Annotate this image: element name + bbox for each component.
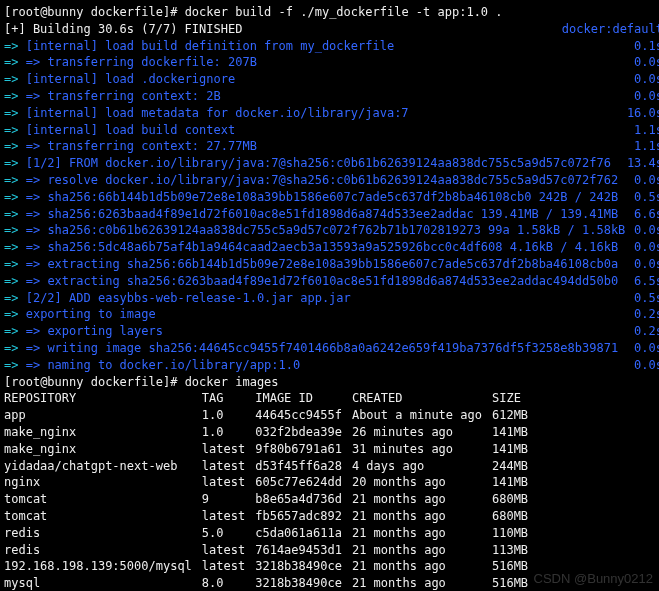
table-cell: 141MB [492, 424, 535, 441]
table-cell: 192.168.198.139:5000/mysql [4, 558, 202, 575]
table-cell: 516MB [492, 575, 535, 591]
build-step: => => extracting sha256:66b144b1d5b09e72… [4, 256, 659, 273]
table-header: TAG [202, 390, 255, 407]
table-cell: mysql [4, 575, 202, 591]
table-cell: 4 days ago [352, 458, 492, 475]
docker-images-table: REPOSITORYTAGIMAGE IDCREATEDSIZEapp1.044… [4, 390, 535, 591]
table-cell: make_nginx [4, 424, 202, 441]
table-row: tomcatlatestfb5657adc89221 months ago680… [4, 508, 535, 525]
build-step: => [1/2] FROM docker.io/library/java:7@s… [4, 155, 659, 172]
table-cell: make_nginx [4, 441, 202, 458]
table-cell: latest [202, 558, 255, 575]
table-cell: d53f45ff6a28 [255, 458, 352, 475]
table-cell: 9f80b6791a61 [255, 441, 352, 458]
table-cell: 26 minutes ago [352, 424, 492, 441]
build-header: [+] Building 30.6s (7/7) FINISHEDdocker:… [4, 21, 659, 38]
table-cell: 31 minutes ago [352, 441, 492, 458]
table-row: nginxlatest605c77e624dd20 months ago141M… [4, 474, 535, 491]
shell-prompt-2: [root@bunny dockerfile]# docker images [4, 374, 659, 391]
build-step: => => sha256:5dc48a6b75af4b1a9464caad2ae… [4, 239, 659, 256]
build-step: => [internal] load metadata for docker.i… [4, 105, 659, 122]
table-cell: tomcat [4, 491, 202, 508]
command-2: docker images [185, 375, 279, 389]
table-row: yidadaa/chatgpt-next-weblatestd53f45ff6a… [4, 458, 535, 475]
table-row: app1.044645cc9455fAbout a minute ago612M… [4, 407, 535, 424]
table-header: REPOSITORY [4, 390, 202, 407]
build-step: => [internal] load .dockerignore0.0s [4, 71, 659, 88]
build-step: => => extracting sha256:6263baad4f89e1d7… [4, 273, 659, 290]
table-header-row: REPOSITORYTAGIMAGE IDCREATEDSIZE [4, 390, 535, 407]
table-cell: yidadaa/chatgpt-next-web [4, 458, 202, 475]
table-row: mysql8.03218b38490ce21 months ago516MB [4, 575, 535, 591]
table-cell: 21 months ago [352, 525, 492, 542]
table-cell: 20 months ago [352, 474, 492, 491]
table-cell: 1.0 [202, 424, 255, 441]
build-step: => => resolve docker.io/library/java:7@s… [4, 172, 659, 189]
table-cell: 141MB [492, 474, 535, 491]
table-cell: 3218b38490ce [255, 558, 352, 575]
build-step: => => writing image sha256:44645cc9455f7… [4, 340, 659, 357]
table-cell: 44645cc9455f [255, 407, 352, 424]
table-cell: 21 months ago [352, 542, 492, 559]
build-step: => => transferring dockerfile: 207B0.0s [4, 54, 659, 71]
table-cell: 141MB [492, 441, 535, 458]
table-cell: 1.0 [202, 407, 255, 424]
table-cell: latest [202, 458, 255, 475]
table-row: redislatest7614ae9453d121 months ago113M… [4, 542, 535, 559]
table-cell: About a minute ago [352, 407, 492, 424]
table-cell: 8.0 [202, 575, 255, 591]
build-step: => [internal] load build context1.1s [4, 122, 659, 139]
build-step: => => exporting layers0.2s [4, 323, 659, 340]
table-cell: tomcat [4, 508, 202, 525]
table-cell: 9 [202, 491, 255, 508]
table-cell: latest [202, 508, 255, 525]
table-cell: 21 months ago [352, 508, 492, 525]
table-cell: app [4, 407, 202, 424]
table-cell: 21 months ago [352, 558, 492, 575]
table-row: redis5.0c5da061a611a21 months ago110MB [4, 525, 535, 542]
table-cell: 680MB [492, 508, 535, 525]
table-cell: nginx [4, 474, 202, 491]
table-row: make_nginxlatest9f80b6791a6131 minutes a… [4, 441, 535, 458]
table-cell: latest [202, 474, 255, 491]
table-cell: 244MB [492, 458, 535, 475]
build-step: => => sha256:66b144b1d5b09e72e8e108a39bb… [4, 189, 659, 206]
table-cell: redis [4, 542, 202, 559]
build-step: => exporting to image0.2s [4, 306, 659, 323]
table-cell: 032f2bdea39e [255, 424, 352, 441]
table-cell: 5.0 [202, 525, 255, 542]
table-header: SIZE [492, 390, 535, 407]
table-cell: 21 months ago [352, 491, 492, 508]
build-step: => [2/2] ADD easybbs-web-release-1.0.jar… [4, 290, 659, 307]
table-cell: 612MB [492, 407, 535, 424]
shell-prompt-1: [root@bunny dockerfile]# docker build -f… [4, 4, 659, 21]
table-cell: 7614ae9453d1 [255, 542, 352, 559]
table-header: CREATED [352, 390, 492, 407]
command-1: docker build -f ./my_dockerfile -t app:1… [185, 5, 503, 19]
table-cell: redis [4, 525, 202, 542]
build-step: => [internal] load build definition from… [4, 38, 659, 55]
table-cell: b8e65a4d736d [255, 491, 352, 508]
table-cell: fb5657adc892 [255, 508, 352, 525]
build-step: => => sha256:c0b61b62639124aa838dc755c5a… [4, 222, 659, 239]
table-row: tomcat9b8e65a4d736d21 months ago680MB [4, 491, 535, 508]
table-row: 192.168.198.139:5000/mysqllatest3218b384… [4, 558, 535, 575]
table-row: make_nginx1.0032f2bdea39e26 minutes ago1… [4, 424, 535, 441]
table-cell: 110MB [492, 525, 535, 542]
build-step: => => transferring context: 2B0.0s [4, 88, 659, 105]
build-step: => => transferring context: 27.77MB1.1s [4, 138, 659, 155]
table-cell: 680MB [492, 491, 535, 508]
table-header: IMAGE ID [255, 390, 352, 407]
build-step: => => naming to docker.io/library/app:1.… [4, 357, 659, 374]
table-cell: latest [202, 441, 255, 458]
table-cell: 516MB [492, 558, 535, 575]
table-cell: 113MB [492, 542, 535, 559]
build-step: => => sha256:6263baad4f89e1d72f6010ac8e5… [4, 206, 659, 223]
table-cell: 21 months ago [352, 575, 492, 591]
table-cell: latest [202, 542, 255, 559]
table-cell: c5da061a611a [255, 525, 352, 542]
table-cell: 3218b38490ce [255, 575, 352, 591]
table-cell: 605c77e624dd [255, 474, 352, 491]
